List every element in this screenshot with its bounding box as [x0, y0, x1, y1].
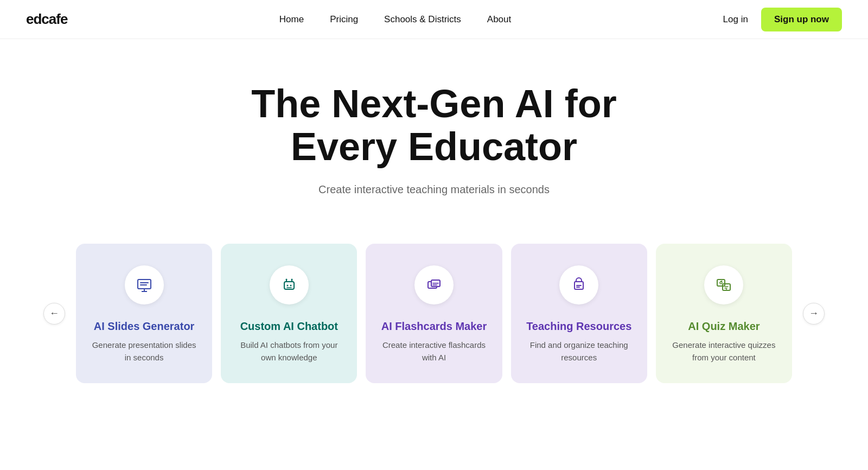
signup-button[interactable]: Sign up now	[761, 8, 842, 31]
hero-subtitle: Create interactive teaching materials in…	[11, 183, 857, 196]
svg-point-12	[291, 279, 292, 281]
card-slides-title: AI Slides Generator	[94, 320, 195, 333]
card-quiz-desc: Generate interactive quizzes from your c…	[671, 339, 777, 364]
card-chatbot[interactable]: Custom AI Chatbot Build AI chatbots from…	[221, 244, 357, 383]
hero-title: The Next-Gen AI for Every Educator	[244, 82, 624, 168]
svg-point-6	[286, 285, 288, 287]
prev-arrow[interactable]: ←	[43, 303, 65, 325]
nav-schools[interactable]: Schools & Districts	[384, 14, 461, 24]
svg-rect-20	[717, 280, 725, 286]
card-resources-title: Teaching Resources	[526, 320, 631, 333]
flashcards-icon	[425, 276, 443, 294]
svg-point-11	[285, 279, 287, 281]
quiz-icon	[715, 276, 732, 294]
slides-icon	[136, 276, 153, 294]
card-resources[interactable]: Teaching Resources Find and organize tea…	[511, 244, 647, 383]
svg-point-23	[726, 289, 727, 290]
hero-section: The Next-Gen AI for Every Educator Creat…	[0, 39, 868, 228]
nav-actions: Log in Sign up now	[723, 8, 842, 31]
svg-point-7	[290, 285, 291, 287]
login-link[interactable]: Log in	[723, 14, 748, 25]
card-resources-desc: Find and organize teaching resources	[526, 339, 632, 364]
card-slides[interactable]: AI Slides Generator Generate presentatio…	[76, 244, 212, 383]
card-slides-desc: Generate presentation slides in seconds	[91, 339, 197, 364]
flashcards-icon-wrap	[414, 265, 454, 304]
nav-about[interactable]: About	[487, 14, 511, 24]
card-chatbot-title: Custom AI Chatbot	[240, 320, 338, 333]
cards-section: ← AI Slides Generator Generate presentat…	[0, 228, 868, 420]
card-quiz[interactable]: AI Quiz Maker Generate interactive quizz…	[656, 244, 792, 383]
resources-icon	[570, 276, 588, 294]
nav-pricing[interactable]: Pricing	[330, 14, 358, 24]
chatbot-icon	[280, 276, 298, 294]
card-flashcards-desc: Create interactive flashcards with AI	[381, 339, 487, 364]
chatbot-icon-wrap	[270, 265, 309, 304]
slides-icon-wrap	[125, 265, 164, 304]
nav-links: Home Pricing Schools & Districts About	[279, 14, 511, 25]
card-flashcards-title: AI Flashcards Maker	[381, 320, 487, 333]
card-quiz-title: AI Quiz Maker	[688, 320, 760, 333]
navbar: edcafe Home Pricing Schools & Districts …	[0, 0, 868, 39]
card-flashcards[interactable]: AI Flashcards Maker Create interactive f…	[366, 244, 502, 383]
logo[interactable]: edcafe	[26, 11, 67, 28]
cards-container: AI Slides Generator Generate presentatio…	[65, 239, 803, 388]
resources-icon-wrap	[559, 265, 598, 304]
card-chatbot-desc: Build AI chatbots from your own knowledg…	[236, 339, 342, 364]
next-arrow[interactable]: →	[803, 303, 825, 325]
svg-rect-0	[138, 280, 151, 289]
nav-home[interactable]: Home	[279, 14, 304, 24]
quiz-icon-wrap	[704, 265, 743, 304]
svg-rect-5	[284, 282, 294, 289]
